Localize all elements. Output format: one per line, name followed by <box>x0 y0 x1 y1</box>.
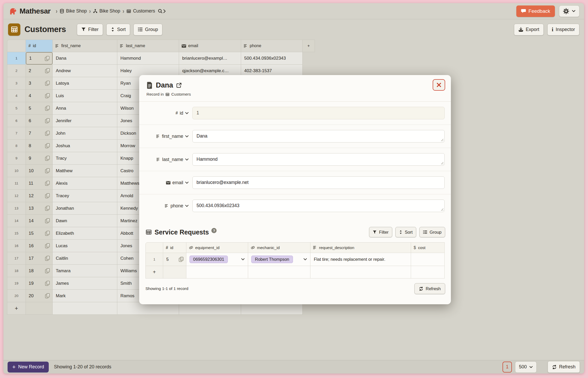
related-filter-button[interactable]: Filter <box>369 227 392 237</box>
copy-icon[interactable] <box>45 181 50 186</box>
inspector-button[interactable]: i Inspector <box>547 24 579 35</box>
field-label-last_name[interactable]: last_name <box>145 157 189 162</box>
breadcrumb-item-bike-shop[interactable]: Bike Shop <box>60 8 87 14</box>
cell-first_name[interactable]: Tracey <box>53 190 117 202</box>
settings-button[interactable] <box>559 5 579 17</box>
row-number[interactable]: 18 <box>7 265 26 277</box>
cell-first_name[interactable]: Tamara <box>53 265 117 277</box>
cell-first_name[interactable]: John <box>53 127 117 140</box>
cell-id[interactable]: 12 <box>26 190 53 202</box>
chevron-down-icon[interactable] <box>185 182 189 184</box>
new-record-button[interactable]: + New Record <box>8 362 49 373</box>
cell-id[interactable]: 9 <box>26 152 53 165</box>
row-number[interactable]: 8 <box>7 140 26 152</box>
chevron-right-icon[interactable] <box>163 9 166 13</box>
cell-request_description[interactable]: Flat tire; needs replacement or repair. <box>310 253 411 266</box>
cell-id[interactable]: 13 <box>26 202 53 215</box>
column-header-email[interactable]: email <box>179 40 241 52</box>
copy-icon[interactable] <box>45 143 50 148</box>
cell-first_name[interactable]: Dawn <box>53 215 117 227</box>
copy-icon[interactable] <box>45 93 50 98</box>
field-label-phone[interactable]: phone <box>145 203 189 209</box>
cell-equipment_id[interactable]: 0696592306301 <box>186 253 248 266</box>
add-row-button[interactable]: + <box>145 266 163 278</box>
chevron-down-icon[interactable] <box>185 205 189 207</box>
cell-first_name[interactable]: Elizabeth <box>53 227 117 240</box>
cell-id[interactable]: 15 <box>26 227 53 240</box>
row-number[interactable]: 14 <box>7 215 26 227</box>
export-button[interactable]: Export <box>514 24 544 35</box>
row-number[interactable]: 3 <box>7 77 26 90</box>
cell-id[interactable]: 17 <box>26 252 53 265</box>
chevron-down-icon[interactable] <box>303 258 307 261</box>
copy-icon[interactable] <box>45 268 50 274</box>
cell-id[interactable]: 5 <box>163 253 186 266</box>
breadcrumb-item-customers[interactable]: Customers <box>126 8 155 14</box>
cell-first_name[interactable]: Alexis <box>53 177 117 190</box>
copy-icon[interactable] <box>45 168 50 173</box>
cell-first_name[interactable]: Latoya <box>53 77 117 90</box>
add-column-button[interactable]: + <box>303 40 315 52</box>
row-number[interactable]: 7 <box>7 127 26 140</box>
cell-id[interactable]: 11 <box>26 177 53 190</box>
refresh-button[interactable]: Refresh <box>548 361 580 373</box>
cell-id[interactable]: 2 <box>26 65 53 77</box>
resize-handle[interactable] <box>440 161 443 164</box>
cell-id[interactable]: 4 <box>26 90 53 102</box>
help-icon[interactable]: ? <box>211 228 217 233</box>
cell-first_name[interactable]: Lucas <box>53 240 117 252</box>
resize-handle[interactable] <box>440 138 443 141</box>
column-header-phone[interactable]: phone <box>241 40 303 52</box>
cell-first_name[interactable]: Tracy <box>53 152 117 165</box>
cell-first_name[interactable]: Andrew <box>53 65 117 77</box>
close-modal-button[interactable] <box>433 79 445 91</box>
cell-cost[interactable] <box>411 253 445 266</box>
row-number[interactable]: 1 <box>7 52 26 65</box>
cell-id[interactable]: 1 <box>26 52 53 65</box>
row-number[interactable]: 19 <box>7 277 26 290</box>
cell-first_name[interactable]: Jonathan <box>53 202 117 215</box>
cell-id[interactable]: 19 <box>26 277 53 290</box>
page-1-button[interactable]: 1 <box>503 362 512 373</box>
field-input-email[interactable]: brianlucero@example.net <box>192 176 445 189</box>
cell-id[interactable]: 10 <box>26 165 53 177</box>
chevron-down-icon[interactable] <box>241 258 245 261</box>
cell-first_name[interactable]: Dana <box>53 52 117 65</box>
cell-mechanic_id[interactable]: Robert Thompson <box>248 253 310 266</box>
copy-icon[interactable] <box>45 131 50 136</box>
copy-icon[interactable] <box>179 257 184 262</box>
row-number[interactable]: 1 <box>145 253 163 266</box>
copy-icon[interactable] <box>45 206 50 211</box>
fk-record-chip[interactable]: 0696592306301 <box>189 256 228 263</box>
field-input-first_name[interactable]: Dana <box>192 130 445 142</box>
field-label-first_name[interactable]: first_name <box>145 134 189 139</box>
feedback-button[interactable]: Feedback <box>516 5 555 17</box>
row-number[interactable]: 2 <box>7 65 26 77</box>
cell-id[interactable]: 5 <box>26 102 53 115</box>
copy-icon[interactable] <box>45 218 50 224</box>
copy-icon[interactable] <box>45 243 50 249</box>
related-sort-button[interactable]: Sort <box>395 227 416 237</box>
search-icon[interactable] <box>158 9 163 14</box>
cell-id[interactable]: 3 <box>26 77 53 90</box>
row-number[interactable]: 11 <box>7 177 26 190</box>
page-size-dropdown[interactable]: 500 <box>515 361 537 373</box>
row-number[interactable]: 12 <box>7 190 26 202</box>
chevron-down-icon[interactable] <box>185 135 189 138</box>
row-number[interactable]: 17 <box>7 252 26 265</box>
copy-icon[interactable] <box>45 56 50 61</box>
row-number[interactable]: 15 <box>7 227 26 240</box>
row-number[interactable]: 10 <box>7 165 26 177</box>
cell-last_name[interactable]: Hammond <box>117 52 179 65</box>
copy-icon[interactable] <box>45 293 50 299</box>
copy-icon[interactable] <box>45 68 50 73</box>
column-header-equipment_id[interactable]: equipment_id <box>186 242 248 253</box>
cell-id[interactable]: 16 <box>26 240 53 252</box>
external-link-icon[interactable] <box>176 83 182 88</box>
related-group-button[interactable]: Group <box>419 227 445 237</box>
cell-first_name[interactable]: Matthew <box>53 165 117 177</box>
copy-icon[interactable] <box>45 80 50 86</box>
cell-first_name[interactable]: Mark <box>53 290 117 302</box>
filter-button[interactable]: Filter <box>77 24 103 35</box>
cell-id[interactable]: 7 <box>26 127 53 140</box>
